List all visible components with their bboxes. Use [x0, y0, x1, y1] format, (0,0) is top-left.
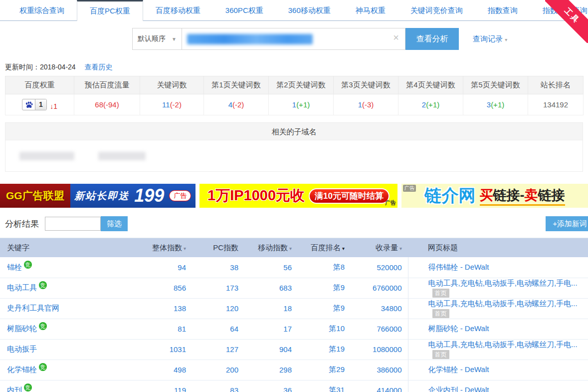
col-header-baidu-rank[interactable]: 百度排名▾	[298, 238, 351, 257]
sort-caret-icon[interactable]: ▾	[342, 246, 345, 251]
collected-value: 1080000	[351, 339, 408, 360]
keyword-link[interactable]: 内刊	[7, 386, 22, 392]
tab-keyword-bid-query[interactable]: 关键词竞价查询	[398, 0, 475, 20]
summary-header: 关键词数	[140, 76, 204, 94]
tab-index-query[interactable]: 指数查询	[475, 0, 530, 20]
link-label: 链接-	[493, 188, 525, 203]
keyword-link[interactable]: 电动工具	[7, 283, 37, 292]
link-site-brand: 链介网	[425, 184, 476, 207]
gg-ad-text: 新站长即送	[74, 189, 129, 203]
mobile-index-value: 683	[244, 278, 298, 298]
sort-caret-icon[interactable]: ▾	[184, 246, 186, 251]
add-keyword-label: 添加新词	[557, 219, 587, 228]
page4-keywords-cell: 2(+1)	[398, 94, 463, 115]
sell-label: 卖	[525, 188, 538, 203]
page-title-link[interactable]: 化学锚栓 - DeWalt	[428, 365, 489, 374]
keyword-link[interactable]: 史丹利工具官网	[7, 304, 59, 312]
page-title-link[interactable]: 电动工具,充电钻,电动扳手,电动螺丝刀,手电...	[428, 340, 578, 349]
pc-index-value: 127	[192, 339, 244, 360]
sort-order-dropdown[interactable]: 默认顺序 ▼	[132, 28, 182, 50]
ip-ad-capsule: 满10元可随时结算	[309, 188, 390, 204]
bid-badge-icon: 竞	[39, 281, 47, 289]
pc-index-value: 38	[192, 257, 244, 278]
baidu-rank-value: 第10	[298, 319, 351, 339]
overall-index-value: 119	[150, 380, 192, 392]
ad-label-badge: 广告	[169, 190, 191, 201]
pc-index-value: 173	[192, 278, 244, 298]
query-records-link[interactable]: 查询记录 ▾	[473, 34, 507, 44]
tab-baidu-mobile-weight[interactable]: 百度移动权重	[143, 0, 213, 20]
estimated-traffic-cell: 68(-94)	[74, 94, 140, 115]
col-header-pc-index[interactable]: PC指数	[192, 238, 244, 257]
keyword-link[interactable]: 锚栓	[7, 263, 22, 271]
page3-change: (-3)	[362, 100, 374, 109]
tab-weight-combined[interactable]: 权重综合查询	[7, 0, 77, 20]
page-title-link[interactable]: 得伟锚栓 - DeWalt	[428, 263, 489, 271]
keyword-link[interactable]: 树脂砂轮	[7, 324, 37, 333]
page3-keywords-cell: 1(-3)	[334, 94, 398, 115]
redacted-subdomain	[98, 152, 146, 160]
page5-value: 3	[487, 100, 491, 109]
chevron-down-icon: ▾	[505, 37, 507, 42]
page1-value: 4	[228, 100, 232, 109]
ad-label-badge: 广告	[385, 199, 396, 207]
page3-value: 1	[358, 100, 362, 109]
gg-ad-number: 199	[134, 187, 164, 205]
col-header-collected[interactable]: 收录量▾	[351, 238, 408, 257]
link-label: 链接	[538, 188, 565, 203]
analyze-button[interactable]: 查看分析	[405, 28, 459, 50]
page-title-link[interactable]: 树脂砂轮 - DeWalt	[428, 324, 489, 333]
collected-value: 386000	[351, 360, 408, 380]
ip-traffic-ad-banner[interactable]: 1万IP1000元收 满10元可随时结算 广告	[199, 184, 397, 208]
top-tabbar: 权重综合查询 百度PC权重 百度移动权重 360PC权重 360移动权重 神马权…	[0, 0, 588, 21]
add-keyword-button[interactable]: +添加新词	[546, 216, 588, 231]
summary-header: 第5页关键词数	[463, 76, 528, 94]
bid-badge-icon: 竞	[24, 384, 32, 392]
tab-360-mobile-weight[interactable]: 360移动权重	[276, 0, 343, 20]
page-title-link[interactable]: 企业内刊 - DeWalt	[428, 386, 489, 392]
page4-value: 2	[422, 100, 426, 109]
plus-icon: +	[553, 219, 557, 228]
keyword-row: 化学锚栓竞 498 200 298 第29 386000 化学锚栓 - DeWa…	[0, 360, 588, 380]
keyword-link[interactable]: 电动扳手	[7, 345, 37, 353]
gg-ad-union-banner[interactable]: GG广告联盟 新站长即送 199 广告	[0, 184, 196, 208]
baidu-weight-badge: 1	[22, 99, 47, 110]
col-header-page-title: 网页标题	[408, 238, 588, 257]
col-header-overall-index[interactable]: 整体指数▾	[150, 238, 192, 257]
baidu-rank-value: 第31	[298, 380, 351, 392]
tab-shenma-weight[interactable]: 神马权重	[343, 0, 398, 20]
filter-button[interactable]: 筛选	[101, 216, 128, 231]
sort-caret-icon[interactable]: ▾	[399, 246, 402, 251]
link-trading-ad-banner[interactable]: 广告 链介网 买链接-卖链接	[401, 184, 588, 208]
keyword-row: 电动工具竞 856 173 683 第9 6760000 电动工具,充电钻,电动…	[0, 278, 588, 298]
summary-header: 第2页关键词数	[269, 76, 334, 94]
analysis-filter-bar: 分析结果 筛选 +添加新词	[5, 216, 583, 232]
clear-input-icon[interactable]: ×	[393, 32, 399, 42]
view-history-link[interactable]: 查看历史	[85, 63, 113, 71]
traffic-value: 68	[95, 100, 103, 109]
col-header-mobile-index[interactable]: 移动指数▾	[244, 238, 298, 257]
tab-360-pc-weight[interactable]: 360PC权重	[213, 0, 276, 20]
sort-caret-icon[interactable]: ▾	[289, 246, 292, 251]
keyword-link[interactable]: 化学锚栓	[7, 365, 37, 374]
query-records-label: 查询记录	[473, 34, 503, 43]
page-title-link[interactable]: 电动工具,充电钻,电动扳手,电动螺丝刀,手电...	[428, 299, 578, 308]
baidu-rank-value: 第9	[298, 278, 351, 298]
page4-change: (+1)	[426, 100, 439, 109]
overall-index-value: 1031	[150, 339, 192, 360]
overall-index-value: 498	[150, 360, 192, 380]
summary-header: 百度权重	[5, 76, 74, 94]
traffic-change: (-94)	[103, 100, 119, 109]
ad-label-badge: 广告	[403, 185, 416, 192]
redacted-domain-text	[187, 34, 313, 44]
tab-baidu-pc-weight[interactable]: 百度PC权重	[77, 0, 143, 21]
update-time-label: 更新时间：2018-04-24	[5, 63, 76, 71]
domain-search-input[interactable]: ×	[182, 28, 405, 50]
filter-keyword-input[interactable]	[45, 217, 101, 231]
homepage-badge: 首页	[432, 350, 449, 359]
bid-badge-icon: 竞	[39, 322, 47, 330]
keyword-row: 内刊竞 119 83 36 第31 414000 企业内刊 - DeWalt首页	[0, 380, 588, 392]
col-header-keyword: 关键字	[0, 238, 150, 257]
page-title-link[interactable]: 电动工具,充电钻,电动扳手,电动螺丝刀,手电...	[428, 279, 578, 287]
homepage-badge: 首页	[432, 289, 449, 298]
